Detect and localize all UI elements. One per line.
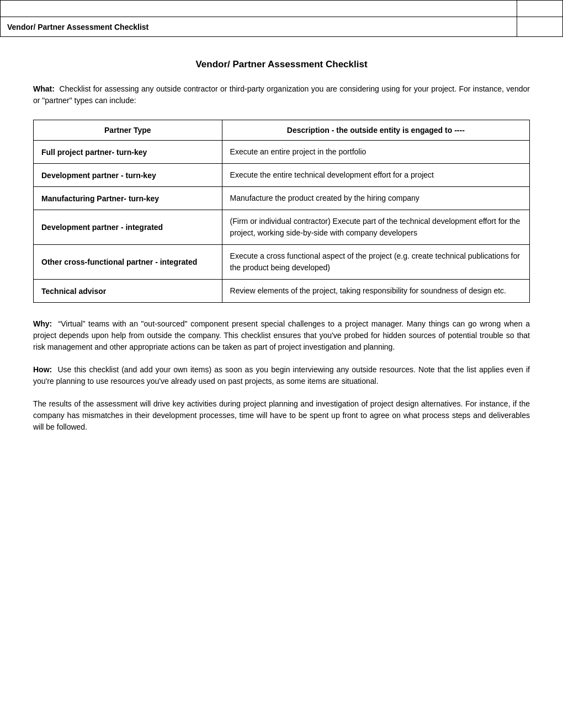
what-label: What:	[33, 84, 55, 93]
why-label: Why:	[33, 319, 52, 328]
header-table: Vendor/ Partner Assessment Checklist	[0, 0, 563, 37]
what-text: Checklist for assessing any outside cont…	[33, 84, 530, 105]
table-row: Technical advisorReview elements of the …	[34, 280, 530, 303]
partner-table: Partner Type Description - the outside e…	[33, 120, 530, 303]
doc-title: Vendor/ Partner Assessment Checklist	[33, 59, 530, 70]
table-row: Other cross-functional partner - integra…	[34, 245, 530, 280]
what-section: What: Checklist for assessing any outsid…	[33, 83, 530, 106]
partner-desc-cell: Execute the entire technical development…	[222, 164, 529, 187]
partner-desc-cell: Manufacture the product created by the h…	[222, 187, 529, 210]
how-label: How:	[33, 365, 52, 374]
results-section: The results of the assessment will drive…	[33, 398, 530, 433]
partner-type-cell: Technical advisor	[34, 280, 222, 303]
results-text: The results of the assessment will drive…	[33, 399, 530, 431]
why-text: “Virtual” teams with an "out-sourced" co…	[33, 319, 530, 351]
partner-type-cell: Manufacturing Partner- turn-key	[34, 187, 222, 210]
partner-desc-cell: (Firm or individual contractor) Execute …	[222, 210, 529, 245]
header-top-left	[1, 1, 517, 17]
partner-type-cell: Full project partner- turn-key	[34, 141, 222, 164]
how-section: How: Use this checklist (and add your ow…	[33, 364, 530, 387]
how-text: Use this checklist (and add your own ite…	[33, 365, 530, 386]
partner-type-cell: Development partner - turn-key	[34, 164, 222, 187]
page-wrapper: Vendor/ Partner Assessment Checklist Ven…	[0, 0, 563, 728]
table-row: Full project partner- turn-keyExecute an…	[34, 141, 530, 164]
header-title-right	[517, 17, 562, 37]
header-top-right	[517, 1, 562, 17]
why-section: Why: “Virtual” teams with an "out-source…	[33, 318, 530, 353]
header-title-left: Vendor/ Partner Assessment Checklist	[1, 17, 517, 37]
col1-header: Partner Type	[34, 120, 222, 141]
table-row: Development partner - turn-keyExecute th…	[34, 164, 530, 187]
col2-header: Description - the outside entity is enga…	[222, 120, 529, 141]
partner-type-cell: Development partner - integrated	[34, 210, 222, 245]
partner-desc-cell: Execute an entire project in the portfol…	[222, 141, 529, 164]
partner-type-cell: Other cross-functional partner - integra…	[34, 245, 222, 280]
table-row: Manufacturing Partner- turn-keyManufactu…	[34, 187, 530, 210]
main-content: Vendor/ Partner Assessment Checklist Wha…	[0, 53, 563, 455]
partner-desc-cell: Review elements of the project, taking r…	[222, 280, 529, 303]
table-row: Development partner - integrated(Firm or…	[34, 210, 530, 245]
partner-desc-cell: Execute a cross functional aspect of the…	[222, 245, 529, 280]
